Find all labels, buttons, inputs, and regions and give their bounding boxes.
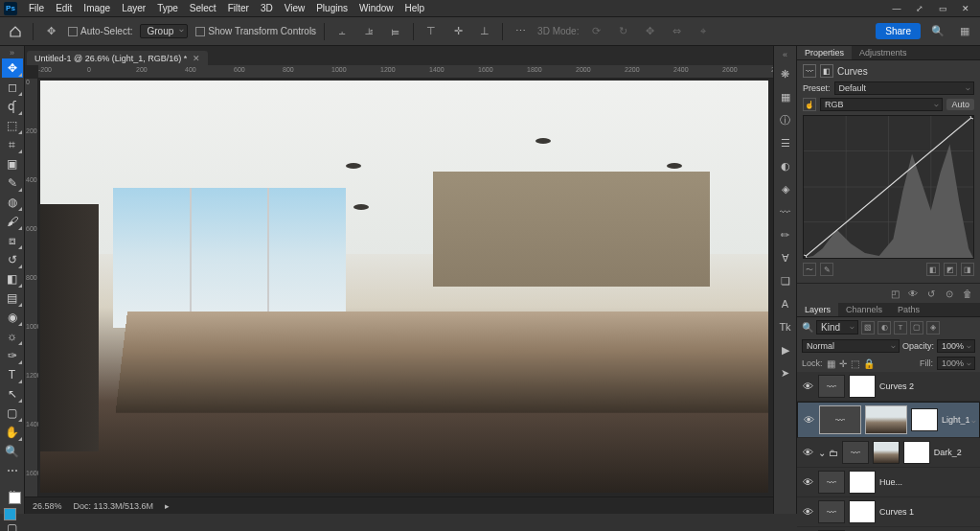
targeted-adj-icon[interactable]: ☝ <box>803 98 816 111</box>
brush-tool[interactable]: 🖌 <box>2 212 23 231</box>
stamp-tool[interactable]: ⧈ <box>2 231 23 250</box>
type-tool[interactable]: T <box>2 365 23 384</box>
lock-pixels-icon[interactable]: ▦ <box>827 358 835 369</box>
tab-adjustments[interactable]: Adjustments <box>852 46 915 59</box>
eraser-tool[interactable]: ◧ <box>2 269 23 289</box>
auto-button[interactable]: Auto <box>946 99 974 110</box>
layer-filter-dropdown[interactable]: Kind <box>816 320 858 335</box>
fill-input[interactable]: 100% <box>937 357 975 370</box>
gray-point-icon[interactable]: ◩ <box>944 263 957 276</box>
align-left-icon[interactable]: ⫠ <box>332 22 352 41</box>
curves-graph[interactable] <box>803 115 974 259</box>
more-tools[interactable]: ⋯ <box>2 461 23 480</box>
layer-row[interactable]: 👁Background🔒 <box>797 527 980 531</box>
menu-file[interactable]: File <box>23 3 50 13</box>
reset-icon[interactable]: ↺ <box>924 287 938 300</box>
filter-smart-icon[interactable]: ◈ <box>926 321 940 335</box>
document-tab[interactable]: Untitled-1 @ 26.6% (Light_1, RGB/16) * ✕ <box>27 51 208 65</box>
gradient-tool[interactable]: ▤ <box>2 289 23 308</box>
ruler-vertical[interactable]: 02004006008001000120014001600 <box>25 79 38 496</box>
lock-position-icon[interactable]: ✛ <box>839 358 847 369</box>
character-icon[interactable]: A <box>777 295 794 312</box>
close-tab-icon[interactable]: ✕ <box>193 54 200 63</box>
layer-row[interactable]: 👁〰Curves 1 <box>797 497 980 527</box>
layer-row[interactable]: 👁〰Hue... <box>797 468 980 497</box>
adjustments-icon[interactable]: ◐ <box>777 157 794 174</box>
adj-thumb[interactable]: 〰 <box>819 405 861 434</box>
layer-thumb[interactable] <box>865 405 907 434</box>
adj-thumb[interactable]: 〰 <box>818 375 845 398</box>
history-icon[interactable]: ▶ <box>777 341 794 358</box>
color-icon[interactable]: ❋ <box>777 65 794 82</box>
menu-window[interactable]: Window <box>353 3 399 13</box>
clip-layer-icon[interactable]: ◰ <box>888 287 901 300</box>
layer-row[interactable]: 👁〰Light_1 <box>797 402 980 438</box>
history-brush-tool[interactable]: ↺ <box>2 250 23 269</box>
paths-icon[interactable]: ➤ <box>777 364 794 381</box>
pen-tool[interactable]: ✑ <box>2 346 23 365</box>
mask-thumb[interactable] <box>849 500 876 523</box>
adj-thumb[interactable]: 〰 <box>818 500 845 523</box>
doc-size[interactable]: Doc: 113.3M/513.6M <box>74 501 154 511</box>
menu-select[interactable]: Select <box>184 3 222 13</box>
frame-tool[interactable]: ▣ <box>2 154 23 173</box>
black-point-icon[interactable]: ◧ <box>926 263 940 276</box>
layer-name[interactable]: Curves 2 <box>879 381 976 391</box>
blend-mode-dropdown[interactable]: Normal <box>802 339 900 353</box>
glyphs-icon[interactable]: Ɐ <box>777 249 794 266</box>
window-restore-icon[interactable]: ⤢ <box>909 2 930 15</box>
zoom-level[interactable]: 26.58% <box>33 501 62 511</box>
align-center-h-icon[interactable]: ⫡ <box>359 22 378 41</box>
channel-dropdown[interactable]: RGB <box>820 98 943 111</box>
menu-3d[interactable]: 3D <box>255 3 279 13</box>
tab-paths[interactable]: Paths <box>890 303 927 316</box>
mask-thumb[interactable] <box>849 375 876 398</box>
layer-name[interactable]: Light_1 <box>942 415 975 425</box>
ruler-horizontal[interactable]: -200020040060080010001200140016001800200… <box>38 65 773 79</box>
menu-view[interactable]: View <box>279 3 311 13</box>
expand-rail-icon[interactable]: « <box>783 50 787 59</box>
layer-row[interactable]: 👁⌄ 🗀〰Dark_2 <box>797 438 980 468</box>
menu-plugins[interactable]: Plugins <box>310 3 353 13</box>
align-center-v-icon[interactable]: ✛ <box>448 22 467 41</box>
adj-thumb[interactable]: 〰 <box>818 471 845 494</box>
filter-pixel-icon[interactable]: ▧ <box>861 321 875 335</box>
filter-adj-icon[interactable]: ◐ <box>877 321 891 335</box>
screenmode-icon[interactable]: ▢ <box>2 521 23 531</box>
menu-image[interactable]: Image <box>78 3 116 13</box>
swatches-icon[interactable]: ▦ <box>777 88 794 105</box>
tab-channels[interactable]: Channels <box>838 303 890 316</box>
mask-thumb[interactable] <box>911 408 938 431</box>
brushes-icon[interactable]: ✏ <box>777 226 794 243</box>
visibility-icon[interactable]: 👁 <box>801 447 814 458</box>
mask-thumb[interactable] <box>903 441 930 464</box>
share-button[interactable]: Share <box>876 23 921 39</box>
visibility-icon[interactable]: 👁 <box>801 381 814 392</box>
auto-select-mode-dropdown[interactable]: Group <box>140 24 188 38</box>
hand-tool[interactable]: ✋ <box>2 423 23 442</box>
dodge-tool[interactable]: ☼ <box>2 327 23 346</box>
search-icon[interactable]: 🔍 <box>928 22 947 41</box>
collapse-tools-icon[interactable]: » <box>10 48 14 58</box>
path-tool[interactable]: ↖ <box>2 384 23 404</box>
preset-dropdown[interactable]: Default <box>834 81 974 95</box>
toggle-visibility-icon[interactable]: ⊙ <box>943 287 956 300</box>
selection-tool[interactable]: ⬚ <box>2 116 23 135</box>
white-point-icon[interactable]: ◨ <box>961 263 974 276</box>
menu-edit[interactable]: Edit <box>50 3 78 13</box>
layer-thumb[interactable] <box>873 441 900 464</box>
visibility-icon[interactable]: 👁 <box>801 506 814 518</box>
tab-properties[interactable]: Properties <box>797 46 852 59</box>
visibility-icon[interactable]: 👁 <box>802 414 815 426</box>
shape-tool[interactable]: ▢ <box>2 404 23 423</box>
zoom-tool[interactable]: 🔍 <box>2 442 23 461</box>
styles-icon[interactable]: ◈ <box>777 180 794 197</box>
healing-tool[interactable]: ◍ <box>2 193 23 212</box>
curve-pencil-tool-icon[interactable]: ✎ <box>820 263 833 276</box>
menu-help[interactable]: Help <box>399 3 431 13</box>
menu-filter[interactable]: Filter <box>222 3 255 13</box>
auto-select-checkbox[interactable]: Auto-Select: <box>68 26 132 36</box>
adj-thumb[interactable]: 〰 <box>842 441 869 464</box>
align-bottom-icon[interactable]: ⊥ <box>475 22 494 41</box>
layer-row[interactable]: 👁〰Curves 2 <box>797 372 980 402</box>
